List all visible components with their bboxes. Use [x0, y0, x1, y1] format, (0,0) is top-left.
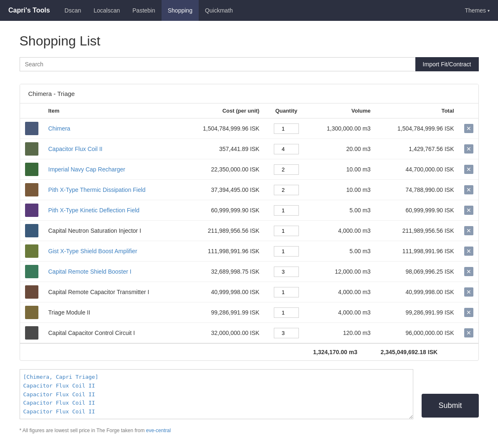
- item-name[interactable]: Imperial Navy Cap Recharger: [43, 159, 182, 180]
- item-cost: 111,998,991.96 ISK: [182, 241, 265, 262]
- item-volume: 120.00 m3: [308, 323, 376, 344]
- table-footer: 1,324,170.00 m3 2,345,049,692.18 ISK: [20, 343, 478, 360]
- item-qty-input[interactable]: [274, 226, 299, 236]
- item-link[interactable]: Chimera: [48, 125, 71, 132]
- item-name: Triage Module II: [43, 302, 182, 323]
- item-remove-button[interactable]: ✕: [464, 185, 473, 194]
- item-remove-button[interactable]: ✕: [464, 165, 473, 174]
- item-qty-input[interactable]: [274, 267, 299, 277]
- themes-button[interactable]: Themes ▾: [465, 7, 490, 14]
- nav-link-pastebin[interactable]: Pastebin: [126, 0, 161, 21]
- item-total: 111,998,991.96 ISK: [376, 241, 459, 262]
- item-name[interactable]: Gist X-Type Shield Boost Amplifier: [43, 241, 182, 262]
- import-fit-button[interactable]: Import Fit/Contract: [415, 57, 479, 71]
- item-qty-cell: [264, 302, 308, 323]
- item-icon: [25, 142, 38, 156]
- item-qty-input[interactable]: [274, 328, 299, 338]
- search-input[interactable]: [20, 57, 415, 71]
- item-icon-cell: [20, 200, 43, 221]
- item-cost: 37,394,495.00 ISK: [182, 180, 265, 200]
- item-qty-cell: [264, 159, 308, 180]
- item-total: 60,999,999.90 ISK: [376, 200, 459, 221]
- item-qty-input[interactable]: [274, 205, 299, 216]
- item-qty-input[interactable]: [274, 123, 299, 134]
- nav-link-shopping[interactable]: Shopping: [162, 0, 199, 21]
- item-qty-cell: [264, 139, 308, 159]
- table-row: Pith X-Type Thermic Dissipation Field 37…: [20, 180, 478, 200]
- item-qty-cell: [264, 200, 308, 221]
- item-icon: [25, 183, 38, 196]
- nav-links: Dscan Localscan Pastebin Shopping Quickm…: [58, 0, 465, 21]
- item-remove-button[interactable]: ✕: [464, 328, 473, 337]
- item-remove-button[interactable]: ✕: [464, 206, 473, 215]
- item-link[interactable]: Gist X-Type Shield Boost Amplifier: [48, 248, 137, 254]
- item-remove-button[interactable]: ✕: [464, 308, 473, 317]
- main-container: Shopping List Import Fit/Contract Chimer…: [11, 21, 487, 446]
- fit-textarea[interactable]: [20, 369, 414, 419]
- item-icon: [25, 265, 38, 278]
- table-row: Capital Remote Capacitor Transmitter I 4…: [20, 282, 478, 302]
- item-icon-cell: [20, 262, 43, 282]
- item-link[interactable]: Pith X-Type Kinetic Deflection Field: [48, 207, 140, 214]
- item-remove-button[interactable]: ✕: [464, 287, 473, 297]
- item-remove-cell: ✕: [459, 200, 478, 221]
- item-total: 98,069,996.25 ISK: [376, 262, 459, 282]
- item-total: 1,504,784,999.96 ISK: [376, 118, 459, 139]
- item-volume: 10.00 m3: [308, 159, 376, 180]
- item-link[interactable]: Pith X-Type Thermic Dissipation Field: [48, 186, 146, 193]
- item-qty-input[interactable]: [274, 144, 299, 154]
- totals-end: [459, 343, 478, 360]
- table-row: Gist X-Type Shield Boost Amplifier 111,9…: [20, 241, 478, 262]
- item-name[interactable]: Pith X-Type Kinetic Deflection Field: [43, 200, 182, 221]
- table-row: Triage Module II 99,286,991.99 ISK 4,000…: [20, 302, 478, 323]
- item-remove-cell: ✕: [459, 262, 478, 282]
- item-name[interactable]: Capacitor Flux Coil II: [43, 139, 182, 159]
- item-total: 74,788,990.00 ISK: [376, 180, 459, 200]
- nav-link-dscan[interactable]: Dscan: [58, 0, 88, 21]
- item-remove-button[interactable]: ✕: [464, 267, 473, 276]
- item-remove-button[interactable]: ✕: [464, 226, 473, 235]
- item-remove-button[interactable]: ✕: [464, 144, 473, 154]
- item-volume: 5.00 m3: [308, 200, 376, 221]
- item-cost: 1,504,784,999.96 ISK: [182, 118, 265, 139]
- submit-button[interactable]: Submit: [422, 394, 478, 418]
- item-volume: 12,000.00 m3: [308, 262, 376, 282]
- item-remove-button[interactable]: ✕: [464, 124, 473, 133]
- item-name[interactable]: Pith X-Type Thermic Dissipation Field: [43, 180, 182, 200]
- item-cost: 22,350,000.00 ISK: [182, 159, 265, 180]
- item-remove-cell: ✕: [459, 118, 478, 139]
- item-cost: 32,689,998.75 ISK: [182, 262, 265, 282]
- item-volume: 1,300,000.00 m3: [308, 118, 376, 139]
- item-qty-input[interactable]: [274, 164, 299, 175]
- col-volume: Volume: [308, 103, 376, 118]
- item-link[interactable]: Capital Remote Shield Booster I: [48, 268, 131, 275]
- item-name[interactable]: Chimera: [43, 118, 182, 139]
- item-cost: 211,989,956.56 ISK: [182, 221, 265, 241]
- nav-link-quickmath[interactable]: Quickmath: [199, 0, 239, 21]
- table-row: Capital Neutron Saturation Injector I 21…: [20, 221, 478, 241]
- col-cost: Cost (per unit): [182, 103, 265, 118]
- item-qty-input[interactable]: [274, 246, 299, 257]
- bottom-section: Submit: [20, 369, 479, 419]
- item-volume: 10.00 m3: [308, 180, 376, 200]
- items-table: Item Cost (per unit) Quantity Volume Tot…: [20, 103, 478, 360]
- item-qty-input[interactable]: [274, 185, 299, 195]
- item-volume: 4,000.00 m3: [308, 221, 376, 241]
- eve-central-link[interactable]: eve-central: [146, 428, 171, 433]
- item-qty-input[interactable]: [274, 287, 299, 297]
- item-link[interactable]: Capacitor Flux Coil II: [48, 146, 103, 152]
- nav-brand[interactable]: Capri's Tools: [8, 7, 50, 14]
- item-name[interactable]: Capital Remote Shield Booster I: [43, 262, 182, 282]
- nav-link-localscan[interactable]: Localscan: [87, 0, 126, 21]
- item-remove-button[interactable]: ✕: [464, 247, 473, 256]
- item-link[interactable]: Imperial Navy Cap Recharger: [48, 166, 125, 173]
- item-icon-cell: [20, 282, 43, 302]
- list-card: Chimera - Triage Item Cost (per unit) Qu…: [20, 84, 479, 361]
- item-icon: [25, 244, 38, 258]
- col-quantity: Quantity: [264, 103, 308, 118]
- item-name: Capital Neutron Saturation Injector I: [43, 221, 182, 241]
- item-qty-input[interactable]: [274, 307, 299, 318]
- totals-spacer: [20, 343, 308, 360]
- item-icon-cell: [20, 180, 43, 200]
- col-item: Item: [43, 103, 182, 118]
